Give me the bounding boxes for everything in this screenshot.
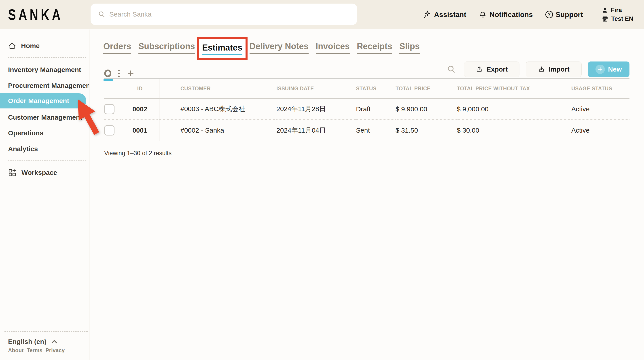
sidebar-divider	[8, 57, 86, 58]
workspace-grid-plus-icon	[8, 168, 16, 177]
table-header-row: ID CUSTOMER ISSUING DATE STATUS TOTAL PR…	[104, 79, 630, 98]
sidebar-item-label: Customer Management	[8, 114, 82, 121]
annotation-arrow	[74, 96, 103, 140]
language-selector[interactable]: English (en)	[0, 334, 89, 349]
search-icon	[98, 11, 105, 18]
sidebar-item-inventory[interactable]: Inventory Management	[0, 62, 89, 77]
select-all-header	[104, 79, 121, 98]
cell-id: 0002	[121, 98, 159, 120]
sidebar-item-label: Procurement Management	[8, 82, 89, 90]
col-header-total-price[interactable]: TOTAL PRICE	[396, 79, 457, 98]
tab-subscriptions[interactable]: Subscriptions	[138, 42, 195, 54]
workspace-name: Test EN	[611, 16, 633, 22]
sidebar-item-label: Inventory Management	[8, 66, 81, 74]
cell-issuing-date: 2024年11月04日	[276, 120, 356, 141]
main-content: Orders Subscriptions Estimates Delivery …	[90, 30, 644, 360]
table-row[interactable]: 0002 #0003 - ABC株式会社 2024年11月28日 Draft $…	[104, 98, 630, 120]
sidebar-item-label: Operations	[8, 129, 44, 137]
cell-total-price-without-tax: $ 9,000.00	[457, 98, 571, 120]
store-icon	[602, 16, 608, 22]
sidebar-item-workspace[interactable]: Workspace	[0, 166, 89, 180]
estimates-table: ID CUSTOMER ISSUING DATE STATUS TOTAL PR…	[104, 78, 630, 141]
tab-orders[interactable]: Orders	[103, 42, 131, 54]
cell-status: Sent	[356, 120, 396, 141]
table-row[interactable]: 0001 #0002 - Sanka 2024年11月04日 Sent $ 31…	[104, 120, 630, 141]
col-header-id[interactable]: ID	[121, 79, 159, 98]
user-name-row[interactable]: Fira	[602, 7, 633, 14]
question-icon	[546, 11, 553, 18]
col-header-status[interactable]: STATUS	[356, 79, 396, 98]
cell-total-price: $ 31.50	[396, 120, 457, 141]
about-link[interactable]: About	[8, 347, 24, 354]
notifications-button[interactable]: Notifications	[479, 10, 533, 19]
row-checkbox[interactable]	[104, 104, 114, 114]
tab-receipts[interactable]: Receipts	[357, 42, 392, 54]
search-input[interactable]	[109, 10, 328, 18]
sidebar-divider	[8, 160, 86, 160]
results-count: Viewing 1–30 of 2 results	[104, 150, 172, 157]
global-search[interactable]	[90, 4, 357, 25]
cell-issuing-date: 2024年11月28日	[276, 98, 356, 120]
assistant-button[interactable]: Assistant	[423, 10, 466, 19]
cell-usage-status: Active	[571, 98, 630, 120]
plus-circle-icon	[596, 64, 605, 74]
download-icon	[538, 66, 545, 73]
tab-estimates-active[interactable]: Estimates	[202, 43, 242, 55]
export-label: Export	[486, 66, 508, 73]
cell-status: Draft	[356, 98, 396, 120]
import-label: Import	[548, 66, 569, 73]
header-actions: Assistant Notifications Support Fira	[423, 0, 633, 29]
cell-id: 0001	[121, 120, 159, 141]
col-header-total-price-without-tax[interactable]: TOTAL PRICE WITHOUT TAX	[457, 79, 571, 98]
sidebar-item-label: Order Management	[8, 97, 69, 105]
cell-customer[interactable]: #0003 - ABC株式会社	[159, 98, 276, 120]
tab-slips[interactable]: Slips	[399, 42, 420, 54]
add-view-plus-icon[interactable]	[126, 69, 135, 78]
sidebar-item-home[interactable]: Home	[0, 39, 89, 53]
view-options-kebab-icon[interactable]	[117, 70, 120, 77]
assistant-label: Assistant	[434, 10, 466, 19]
tab-invoices[interactable]: Invoices	[316, 42, 350, 54]
home-icon	[8, 42, 16, 50]
person-icon	[602, 7, 608, 14]
sidebar: Home Inventory Management Procurement Ma…	[0, 30, 90, 360]
workspace-name-row[interactable]: Test EN	[602, 16, 633, 22]
export-button[interactable]: Export	[464, 62, 520, 77]
tab-bar: Orders Subscriptions Estimates Delivery …	[103, 38, 420, 58]
annotation-red-box: Estimates	[197, 37, 248, 60]
new-button[interactable]: New	[588, 62, 630, 77]
view-toolbar	[104, 69, 135, 78]
terms-link[interactable]: Terms	[26, 347, 42, 354]
cell-usage-status: Active	[571, 120, 630, 141]
sidebar-workspace-label: Workspace	[22, 169, 57, 176]
footer-links: About Terms Privacy	[8, 347, 64, 354]
content-actions: Export Import New	[447, 62, 630, 77]
row-checkbox[interactable]	[104, 125, 114, 136]
cell-total-price-without-tax: $ 30.00	[457, 120, 571, 141]
cell-customer[interactable]: #0002 - Sanka	[159, 120, 276, 141]
privacy-link[interactable]: Privacy	[46, 347, 64, 354]
app-screen: SANKA Assistant Notifications	[0, 0, 644, 360]
upload-icon	[476, 66, 483, 73]
sidebar-item-order-management-active[interactable]: Order Management	[0, 93, 86, 108]
table-search-icon[interactable]	[447, 65, 456, 74]
new-label: New	[608, 66, 622, 73]
col-header-customer[interactable]: CUSTOMER	[159, 79, 276, 98]
brand-logo-text: SANKA	[8, 6, 63, 23]
brand-logo[interactable]: SANKA	[8, 0, 68, 29]
user-menu[interactable]: Fira Test EN	[602, 7, 633, 22]
user-name: Fira	[611, 7, 622, 14]
sidebar-divider	[4, 332, 88, 332]
sidebar-item-procurement[interactable]: Procurement Management	[0, 78, 89, 93]
col-header-usage-status[interactable]: USAGE STATUS	[571, 79, 630, 98]
sidebar-item-label: Analytics	[8, 145, 38, 153]
support-button[interactable]: Support	[546, 10, 583, 19]
sidebar-home-label: Home	[21, 42, 40, 50]
sidebar-item-analytics[interactable]: Analytics	[0, 142, 89, 156]
import-button[interactable]: Import	[526, 62, 582, 77]
notifications-label: Notifications	[490, 10, 533, 19]
tab-delivery-notes[interactable]: Delivery Notes	[250, 42, 308, 54]
active-view-ring-icon[interactable]	[104, 70, 111, 77]
col-header-issuing-date[interactable]: ISSUING DATE	[276, 79, 356, 98]
bell-icon	[479, 10, 487, 18]
